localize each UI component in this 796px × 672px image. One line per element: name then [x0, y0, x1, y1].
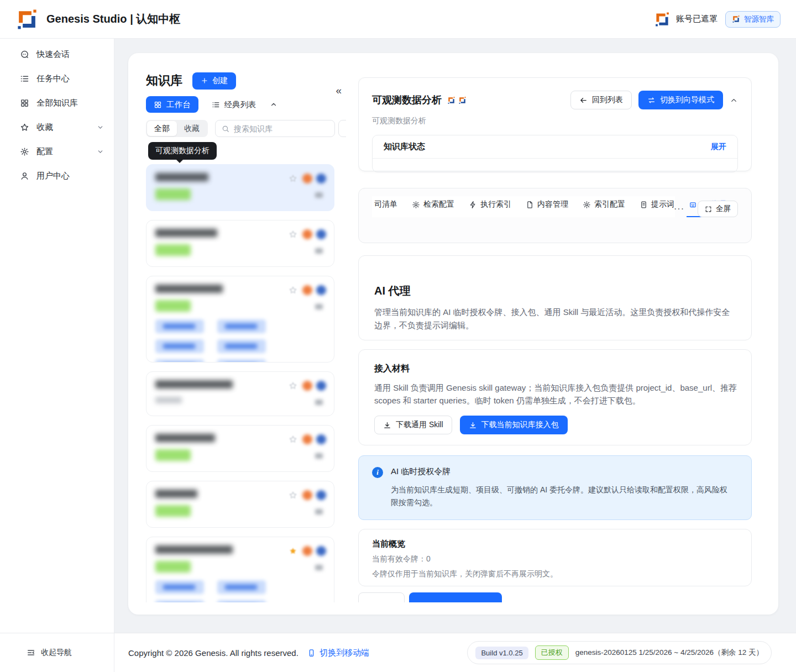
token-banner-title: AI 临时授权令牌: [391, 466, 734, 477]
brand-mini-icon: [458, 96, 467, 104]
kb-item[interactable]: [146, 371, 334, 416]
favorite-star-icon[interactable]: [289, 286, 297, 295]
more-actions-icon[interactable]: [315, 304, 323, 309]
detail-tab-内容管理[interactable]: 内容管理: [526, 200, 568, 209]
masked-status-badge: [155, 188, 191, 200]
more-actions-icon[interactable]: [315, 509, 323, 514]
more-actions-icon[interactable]: [315, 248, 323, 254]
kb-item[interactable]: [146, 537, 334, 602]
favorite-star-icon[interactable]: [289, 547, 297, 555]
list-icon: [212, 101, 220, 109]
masked-status-badge: [155, 505, 191, 517]
expand-status-link[interactable]: 展开: [711, 142, 726, 152]
detail-tab-检索配置[interactable]: 检索配置: [412, 200, 454, 209]
filter-favorites[interactable]: 收藏: [177, 121, 207, 136]
licensed-badge: 已授权: [535, 645, 569, 660]
token-info-banner: i AI 临时授权令牌 为当前知识库生成短期、项目级、可撤销的 AI 委托令牌。…: [358, 455, 752, 520]
kb-item[interactable]: [146, 425, 334, 472]
masked-avatar: [316, 546, 326, 556]
tab-classic-list[interactable]: 经典列表: [210, 96, 259, 113]
more-tabs-button[interactable]: ···: [674, 204, 684, 214]
brand: Genesis Studio | 认知中枢: [15, 8, 180, 31]
download-skill-button[interactable]: 下载通用 Skill: [374, 416, 452, 434]
collapse-nav-label: 收起导航: [41, 648, 72, 658]
chevron-up-icon[interactable]: [270, 101, 277, 108]
account-area[interactable]: 账号已遮罩: [654, 11, 718, 28]
sidebar-item-task-center[interactable]: 任务中心: [0, 66, 114, 91]
favorite-star-icon[interactable]: [289, 230, 297, 239]
brand-mini-icon: [447, 96, 455, 104]
switch-wizard-button[interactable]: 切换到向导模式: [638, 91, 723, 109]
kb-list: [146, 164, 334, 602]
sidebar: 快速会话 任务中心 全部知识库 收藏 配置 用户中心: [0, 39, 114, 633]
masked-tag-pill: [217, 319, 266, 333]
clipped-filter-control[interactable]: [338, 120, 346, 137]
masked-tag-pill: [217, 600, 266, 602]
collapse-nav-icon: [27, 648, 35, 657]
sidebar-item-settings[interactable]: 配置: [0, 139, 114, 164]
detail-tabs-card: 司清单检索配置执行索引内容管理索引配置提示词AI 代理 ··· 全屏: [358, 188, 752, 243]
download-pack-button[interactable]: 下载当前知识库接入包: [460, 416, 568, 434]
favorite-star-icon[interactable]: [289, 174, 297, 183]
kb-item[interactable]: [146, 220, 334, 267]
more-actions-icon[interactable]: [315, 565, 323, 570]
masked-avatar: [316, 285, 326, 295]
favorite-star-icon[interactable]: [289, 435, 297, 444]
account-avatar[interactable]: [654, 11, 671, 28]
access-material-title: 接入材料: [374, 363, 736, 375]
tab-classic-label: 经典列表: [224, 99, 256, 110]
detail-tab-索引配置[interactable]: 索引配置: [583, 200, 625, 209]
tasks-icon: [20, 74, 29, 83]
masked-kb-title: [155, 229, 217, 237]
filter-all[interactable]: 全部: [147, 121, 177, 136]
collapse-detail-icon[interactable]: [730, 96, 738, 104]
kb-list-panel: 知识库 创建 « 工作台 经典列表 全部 收藏: [146, 72, 346, 602]
sidebar-item-label: 配置: [36, 146, 53, 157]
overview-token-count: 当前有效令牌：0: [372, 554, 738, 564]
detail-tab-提示词[interactable]: 提示词: [640, 200, 674, 209]
user-icon: [20, 171, 29, 181]
gear-icon: [412, 201, 420, 209]
app-header: Genesis Studio | 认知中枢 账号已遮罩 智源智库: [0, 0, 796, 39]
back-to-list-button[interactable]: 回到列表: [570, 91, 632, 109]
masked-kb-title: [155, 490, 197, 498]
clipped-primary-button[interactable]: [409, 592, 502, 602]
collapse-panel-icon[interactable]: «: [336, 85, 342, 96]
switch-mobile-link[interactable]: 切换到移动端: [307, 648, 369, 658]
star-icon: [20, 123, 29, 132]
sidebar-item-quick-chat[interactable]: 快速会话: [0, 42, 114, 66]
collapse-nav-button[interactable]: 收起导航: [0, 633, 114, 672]
sidebar-item-all-kb[interactable]: 全部知识库: [0, 91, 114, 115]
ai-agent-desc: 管理当前知识库的 AI 临时授权令牌、接入包、通用 Skill 与最近活动。这里…: [374, 306, 736, 332]
detail-subtitle: 可观测数据分析: [372, 116, 738, 126]
masked-subtitle: [155, 397, 182, 403]
more-actions-icon[interactable]: [315, 453, 323, 459]
sidebar-item-user-center[interactable]: 用户中心: [0, 164, 114, 188]
token-banner-desc: 为当前知识库生成短期、项目级、可撤销的 AI 委托令牌。建议默认只给读取和配置权…: [391, 484, 734, 509]
fullscreen-button[interactable]: 全屏: [698, 201, 738, 217]
clipped-secondary-button[interactable]: [358, 592, 405, 602]
create-kb-button[interactable]: 创建: [192, 72, 236, 90]
ai-agent-card: AI 代理 管理当前知识库的 AI 临时授权令牌、接入包、通用 Skill 与最…: [358, 255, 752, 340]
org-badge[interactable]: 智源智库: [725, 11, 781, 28]
kb-item[interactable]: [146, 164, 334, 211]
chevron-down-icon: [97, 124, 104, 131]
search-icon: [222, 125, 229, 133]
kb-item[interactable]: [146, 481, 334, 528]
kb-item[interactable]: [146, 276, 334, 363]
masked-avatar: [302, 381, 312, 391]
detail-tab-label: 提示词: [651, 200, 674, 209]
sidebar-item-favorites[interactable]: 收藏: [0, 115, 114, 139]
more-actions-icon[interactable]: [315, 400, 323, 405]
masked-kb-title: [155, 173, 208, 181]
more-actions-icon[interactable]: [315, 192, 323, 198]
masked-kb-title: [155, 285, 223, 293]
ai-agent-title: AI 代理: [374, 284, 736, 298]
detail-tab-执行索引[interactable]: 执行索引: [469, 200, 511, 209]
favorite-star-icon[interactable]: [289, 491, 297, 500]
favorite-star-icon[interactable]: [289, 381, 297, 390]
detail-tab-司清单[interactable]: 司清单: [374, 200, 397, 209]
kb-search-input[interactable]: [234, 124, 328, 133]
tab-workbench[interactable]: 工作台: [146, 96, 198, 113]
masked-tag-pill: [217, 580, 266, 594]
